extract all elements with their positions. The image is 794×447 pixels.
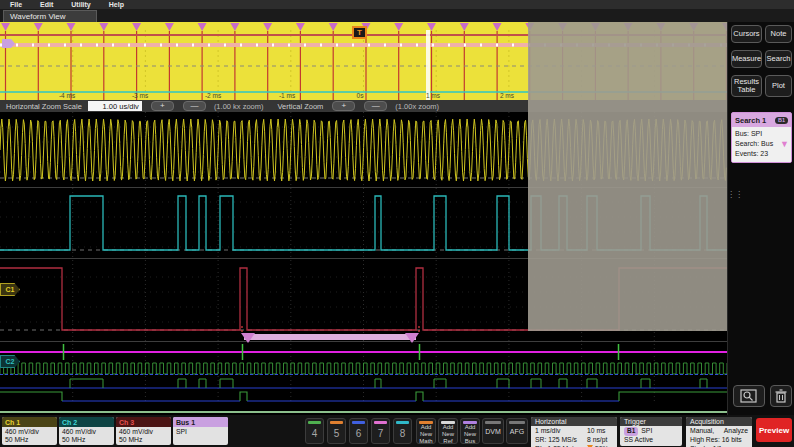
channel4-number: 4 — [312, 428, 318, 439]
graticule-bottom-edge — [0, 411, 727, 413]
dvm-button[interactable]: DVM — [482, 418, 504, 444]
bus-color — [463, 421, 477, 424]
channel5-button[interactable]: 5 — [327, 418, 346, 444]
afg-color — [509, 421, 525, 424]
cursors-button[interactable]: Cursors — [731, 25, 762, 43]
h-duration: 10 ms — [587, 427, 606, 436]
channel2-bandwidth: 50 MHz — [62, 436, 111, 444]
channel8-button[interactable]: 8 — [393, 418, 412, 444]
add-new-ref-button[interactable]: Add New Ref — [438, 418, 458, 444]
trigger-type: SPI — [641, 427, 652, 436]
dvm-color — [485, 421, 501, 424]
tab-strip: Waveform View — [0, 9, 794, 22]
channel5-color — [330, 421, 343, 424]
channel1-settings[interactable]: Ch 1 460 mV/div 50 MHz — [2, 417, 57, 445]
h-scale: 1 ms/div — [535, 427, 587, 436]
channel6-number: 6 — [356, 428, 362, 439]
note-button[interactable]: Note — [765, 25, 792, 43]
h-zoom-minus-button[interactable]: — — [183, 101, 206, 111]
menu-help[interactable]: Help — [109, 1, 124, 8]
horizontal-settings[interactable]: Horizontal 1 ms/div10 ms SR: 125 MS/s8 n… — [531, 417, 617, 447]
bus1-name: Bus 1 — [173, 417, 228, 427]
add-bus-label: Add New Bus — [464, 424, 476, 444]
overview-time-label: 2 ms — [500, 92, 514, 99]
trigger-source-pill: B1 — [624, 427, 638, 436]
math-color — [419, 421, 433, 424]
v-zoom-minus-button[interactable]: — — [364, 101, 387, 111]
dvm-label: DVM — [485, 428, 501, 435]
bus1-settings[interactable]: Bus 1 SPI — [173, 417, 228, 445]
channel4-color — [308, 421, 321, 424]
vertical-zoom-label: Vertical Zoom — [277, 102, 323, 111]
add-new-bus-button[interactable]: Add New Bus — [460, 418, 480, 444]
channel7-button[interactable]: 7 — [371, 418, 390, 444]
channel2-settings[interactable]: Ch 2 460 mV/div 50 MHz — [59, 417, 114, 445]
magnifier-box-icon — [740, 389, 758, 403]
preview-button[interactable]: Preview — [756, 418, 792, 442]
channel2-scale: 460 mV/div — [62, 428, 111, 436]
acq-resolution: High Res: 16 bits — [690, 436, 742, 445]
channel6-button[interactable]: 6 — [349, 418, 368, 444]
acquisition-settings[interactable]: Acquisition Manual,Analyze High Res: 16 … — [686, 417, 752, 447]
overview-time-label: -2 ms — [205, 92, 221, 99]
trigger-title: Trigger — [620, 417, 682, 426]
channel7-color — [374, 421, 387, 424]
channel6-color — [352, 421, 365, 424]
channel1-scale: 460 mV/div — [5, 428, 54, 436]
afg-button[interactable]: AFG — [506, 418, 528, 444]
tab-waveform-view[interactable]: Waveform View — [3, 10, 97, 22]
menu-file[interactable]: File — [10, 1, 22, 8]
zoom-scale-input[interactable]: 1.00 us/div — [88, 101, 142, 111]
channel3-bandwidth: 50 MHz — [119, 436, 168, 444]
trigger-settings[interactable]: Trigger B1SPI SS Active — [620, 417, 682, 446]
overview-time-label: 0s — [357, 92, 364, 99]
channel4-button[interactable]: 4 — [305, 418, 324, 444]
afg-label: AFG — [510, 428, 524, 435]
zoom-search-button[interactable] — [733, 385, 765, 407]
search1-events-line: Events: 23 — [735, 149, 788, 159]
channel8-color — [396, 421, 409, 424]
results-sidebar: Add New... Cursors Note Measure Search R… — [727, 0, 794, 415]
search1-result-card[interactable]: Search 1 B1 Bus: SPI Search: Bus Events:… — [731, 112, 792, 163]
h-zoom-factor: (1.00 kx zoom) — [214, 102, 264, 111]
search-mark-icon: ▼ — [780, 139, 789, 149]
channel3-name: Ch 3 — [116, 417, 171, 427]
results-table-button[interactable]: Results Table — [731, 75, 762, 97]
channel1-bandwidth: 50 MHz — [5, 436, 54, 444]
search1-bus-line: Bus: SPI — [735, 129, 788, 139]
overview-time-label: 1 ms — [426, 92, 440, 99]
oscilloscope-app: File Edit Utility Help Waveform View T -… — [0, 0, 794, 447]
acq-analyze: Analyze — [724, 427, 748, 436]
channel1-name: Ch 1 — [2, 417, 57, 427]
v-zoom-factor: (1.00x zoom) — [395, 102, 439, 111]
channel7-number: 7 — [378, 428, 384, 439]
search-button[interactable]: Search — [765, 50, 792, 68]
search1-card-title: Search 1 — [735, 116, 766, 125]
add-ref-label: Add New Ref — [442, 424, 454, 444]
menu-utility[interactable]: Utility — [71, 1, 90, 8]
h-resolution: 8 ns/pt — [587, 436, 607, 445]
overview-time-label: -1 ms — [279, 92, 295, 99]
overview-time-label: -3 ms — [132, 92, 148, 99]
add-math-label: Add New Math — [419, 424, 432, 444]
add-new-math-button[interactable]: Add New Math — [416, 418, 436, 444]
channel2-name: Ch 2 — [59, 417, 114, 427]
v-zoom-plus-button[interactable]: + — [332, 101, 355, 111]
measure-button[interactable]: Measure — [731, 50, 762, 68]
menu-edit[interactable]: Edit — [40, 1, 53, 8]
plot-button[interactable]: Plot — [765, 75, 792, 97]
delete-search-button[interactable] — [770, 385, 792, 407]
trigger-position-icon[interactable]: T — [352, 26, 367, 39]
sidebar-drag-handle[interactable]: ⋮⋮ — [727, 193, 743, 197]
h-zoom-plus-button[interactable]: + — [151, 101, 174, 111]
bus1-type: SPI — [176, 428, 225, 436]
trash-icon — [775, 389, 787, 403]
search1-bus-pill: B1 — [775, 117, 788, 124]
ref-color — [441, 421, 455, 424]
channel8-number: 8 — [400, 428, 406, 439]
search-config-panel: SEARCH 1 ? Display On Search Type Source… — [528, 0, 727, 331]
channel3-settings[interactable]: Ch 3 460 mV/div 50 MHz — [116, 417, 171, 445]
trigger-condition: SS Active — [624, 436, 653, 445]
acquisition-title: Acquisition — [686, 417, 752, 426]
menu-bar: File Edit Utility Help — [0, 0, 794, 9]
